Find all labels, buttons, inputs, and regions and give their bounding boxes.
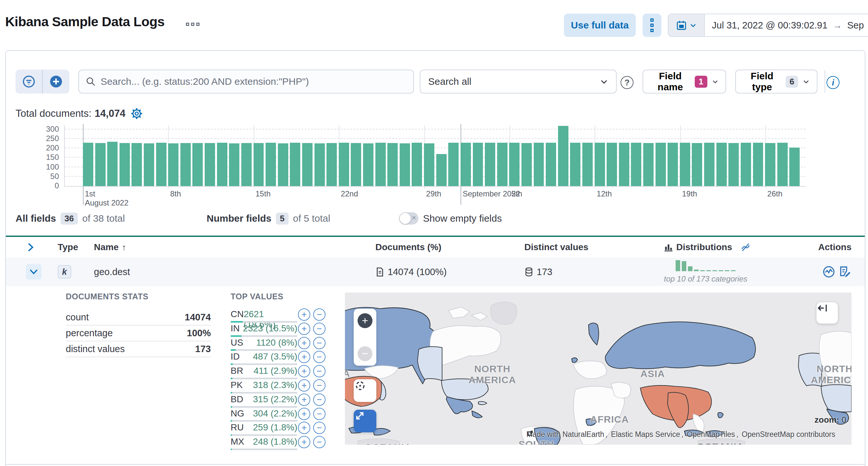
map-label: NORTH AMERICA — [811, 363, 852, 386]
chevron-down-icon — [29, 267, 38, 276]
edit-field-icon[interactable] — [839, 265, 851, 278]
filter-for-value-button[interactable]: + — [298, 351, 310, 363]
attribution-link[interactable]: Made with NaturalEarth — [526, 430, 604, 439]
filter-out-value-button[interactable]: − — [313, 379, 326, 392]
documents-stats-title: DOCUMENTS STATS — [66, 292, 211, 301]
filter-for-value-button[interactable]: + — [298, 436, 310, 448]
all-fields-suffix: of 38 total — [82, 213, 125, 224]
top-value-row: US1120 (8%)+− — [230, 337, 297, 352]
field-name-filter-button[interactable]: Field name 1 — [643, 70, 726, 94]
keyword-type-token: k — [58, 265, 71, 279]
filter-for-value-button[interactable]: + — [298, 337, 310, 349]
filter-for-value-button[interactable]: + — [298, 408, 310, 420]
filter-out-value-button[interactable]: − — [313, 394, 326, 406]
add-filter-button[interactable] — [43, 70, 69, 94]
map-fit-to-data-button[interactable] — [354, 379, 376, 402]
filter-out-value-button[interactable]: − — [313, 422, 326, 434]
documents-histogram[interactable]: 0501001502002503001stAugust 20228th15th2… — [64, 125, 806, 187]
documents-stats-section: DOCUMENTS STATS count14074percentage100%… — [66, 292, 211, 357]
explore-in-lens-icon[interactable] — [822, 265, 835, 278]
column-header-documents[interactable]: Documents (%) — [375, 242, 441, 253]
column-header-name[interactable]: Name ↑ — [94, 242, 126, 253]
number-fields-label: Number fields — [207, 213, 271, 224]
top-values-section: TOP VALUES CN2621 (18.6%)+−IN2323 (16.5%… — [230, 292, 338, 451]
attribution-link[interactable]: Elastic Maps Service — [611, 430, 680, 439]
info-icon[interactable]: i — [827, 76, 839, 89]
gear-icon[interactable] — [130, 107, 143, 120]
top-bar: Kibana Sample Data Logs Use full data Ju… — [0, 0, 868, 50]
filter-for-value-button[interactable]: + — [298, 323, 310, 335]
map-attribution[interactable]: Made with NaturalEarth, Elastic Maps Ser… — [526, 430, 835, 439]
filter-out-value-button[interactable]: − — [313, 308, 326, 321]
date-range-start[interactable]: Jul 31, 2022 @ 00:39:02.91 — [712, 20, 828, 31]
histogram-bars[interactable] — [65, 125, 806, 186]
filter-out-value-button[interactable]: − — [313, 365, 326, 377]
search-scope-value: Search all — [428, 76, 471, 87]
map-zoom-in-button[interactable]: + — [358, 313, 372, 328]
date-picker-calendar-segment[interactable] — [669, 14, 705, 36]
date-range-end[interactable]: Sep — [847, 20, 864, 31]
filter-out-value-button[interactable]: − — [313, 436, 326, 448]
field-name-filter-count-badge: 1 — [695, 76, 707, 88]
chevron-down-icon — [689, 22, 697, 29]
field-name-cell[interactable]: geo.dest — [94, 267, 130, 277]
syntax-help-icon[interactable]: ? — [621, 76, 633, 89]
attribution-link[interactable]: OpenMapTiles — [687, 430, 735, 439]
distribution-preview[interactable]: top 10 of 173 categories — [664, 260, 747, 284]
search-scope-select[interactable]: Search all — [420, 70, 617, 94]
column-header-actions: Actions — [818, 242, 851, 253]
row-separator — [6, 464, 865, 465]
filter-for-value-button[interactable]: + — [298, 394, 310, 406]
top-value-row: RU259 (1.8%)+− — [230, 422, 297, 437]
column-header-distinct-values[interactable]: Distinct values — [524, 242, 588, 253]
number-fields-count-badge: 5 — [276, 212, 288, 225]
attribution-link[interactable]: OpenStreetMap contributors — [742, 430, 835, 439]
expand-all-button[interactable] — [26, 242, 36, 252]
filter-out-value-button[interactable]: − — [313, 337, 326, 349]
map-expand-button[interactable] — [354, 410, 376, 432]
expand-diagonal-icon — [354, 410, 366, 422]
field-row-geo-dest[interactable]: k geo.dest 14074 (100%) 173 top 10 of 17… — [6, 258, 865, 286]
top-value-row: ID487 (3.5%)+− — [230, 352, 297, 366]
stats-row: distinct values173 — [66, 341, 211, 357]
top-values-list: CN2621 (18.6%)+−IN2323 (16.5%)+−US1120 (… — [230, 309, 338, 451]
page-options-icon[interactable] — [186, 23, 199, 26]
show-empty-fields-toggle[interactable]: × — [399, 212, 418, 225]
filter-out-value-button[interactable]: − — [313, 323, 326, 335]
map-zoom-out-button[interactable]: − — [358, 346, 372, 361]
filter-out-value-button[interactable]: − — [313, 408, 326, 420]
chevron-down-icon — [712, 77, 718, 86]
more-options-button[interactable] — [643, 13, 661, 37]
map-label: OCEANIA — [364, 442, 411, 445]
map-label: ASIA — [640, 368, 665, 379]
use-full-data-button[interactable]: Use full data — [564, 13, 636, 37]
search-input[interactable] — [100, 76, 407, 87]
chevron-down-icon — [803, 77, 810, 86]
total-documents-label: Total documents: — [16, 108, 91, 120]
distinct-values-cell: 173 — [524, 267, 552, 277]
top-values-title: TOP VALUES — [230, 292, 338, 301]
bar-chart-icon — [664, 243, 673, 252]
map-legend-collapse-button[interactable] — [816, 302, 838, 324]
filter-for-value-button[interactable]: + — [298, 422, 310, 434]
field-filters-button[interactable] — [16, 70, 43, 94]
filter-for-value-button[interactable]: + — [298, 379, 310, 392]
date-range-picker[interactable]: Jul 31, 2022 @ 00:39:02.91 → Sep — [668, 13, 868, 37]
collapse-row-button[interactable] — [26, 264, 41, 279]
top-value-row: CN2621 (18.6%)+− — [230, 309, 297, 323]
choropleth-map[interactable]: NORTH AMERICANORTH AMERICAASIAASIAAFRICA… — [345, 293, 851, 445]
greenland — [491, 302, 517, 324]
filter-for-value-button[interactable]: + — [298, 308, 310, 321]
map-label: SOUTH AMERICA — [513, 439, 560, 445]
column-header-type[interactable]: Type — [58, 242, 78, 253]
filter-for-value-button[interactable]: + — [298, 365, 310, 377]
field-type-filter-button[interactable]: Field type 6 — [735, 70, 817, 94]
top-value-row: MX248 (1.8%)+− — [230, 437, 297, 451]
filter-out-value-button[interactable]: − — [313, 351, 326, 363]
search-field-container — [79, 70, 414, 94]
chevron-right-icon — [26, 242, 36, 252]
hide-distributions-icon[interactable] — [740, 242, 751, 253]
sort-ascending-icon: ↑ — [122, 242, 126, 253]
column-header-distributions: Distributions — [664, 242, 751, 253]
total-documents-value: 14,074 — [95, 108, 125, 120]
